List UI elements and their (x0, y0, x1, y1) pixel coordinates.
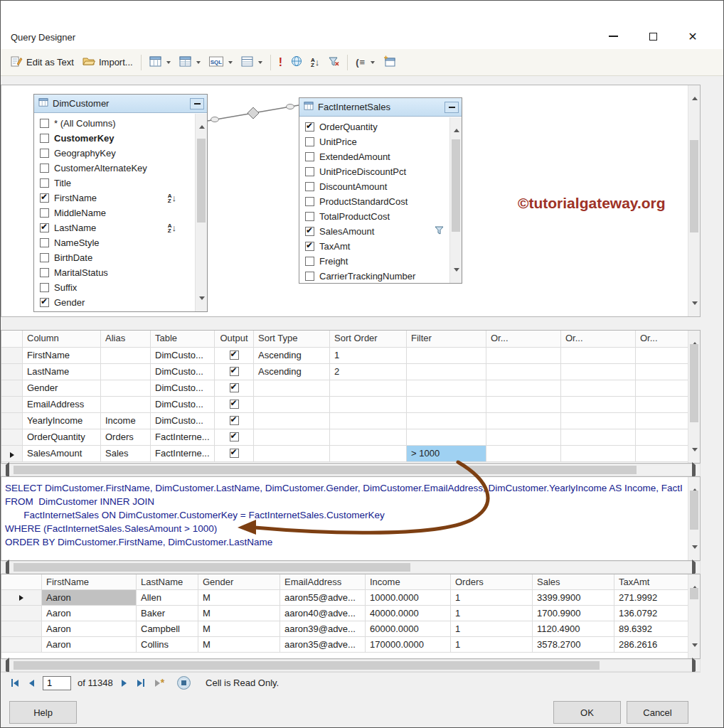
scroll-down-button[interactable] (688, 548, 701, 560)
column-item[interactable]: CustomerAlternateKey (34, 161, 195, 176)
cell-sort-type[interactable]: Ascending (254, 364, 330, 380)
result-cell[interactable]: 286.2616 (614, 637, 689, 653)
cell-or[interactable] (561, 380, 636, 397)
scroll-right-button[interactable] (688, 660, 700, 672)
column-checkbox[interactable] (40, 149, 49, 158)
column-checkbox[interactable] (305, 197, 314, 206)
column-checkbox[interactable] (305, 257, 314, 266)
next-record-button[interactable] (119, 678, 129, 689)
row-selector[interactable] (1, 606, 42, 621)
row-selector[interactable] (1, 621, 42, 637)
row-selector[interactable] (1, 590, 42, 606)
scroll-down-button[interactable] (450, 271, 462, 283)
column-item[interactable]: BirthDate (34, 250, 195, 265)
result-cell[interactable]: aaron55@adve... (280, 590, 366, 606)
cell-or[interactable] (561, 364, 636, 380)
output-checkbox[interactable] (230, 400, 239, 409)
result-cell[interactable]: Campbell (137, 621, 198, 637)
criteria-header[interactable]: Filter (407, 331, 486, 348)
criteria-header[interactable]: Or... (486, 331, 561, 348)
column-item[interactable]: FirstName (34, 191, 195, 205)
cell-sort-type[interactable] (254, 413, 330, 429)
column-item[interactable]: CarrierTrackingNumber (299, 269, 449, 283)
cell-sort-order[interactable] (330, 429, 407, 446)
row-selector[interactable] (1, 348, 23, 364)
criteria-header[interactable]: Column (23, 331, 101, 348)
cell-or[interactable] (486, 397, 561, 413)
scroll-thumb[interactable] (690, 588, 698, 599)
row-selector[interactable] (1, 397, 23, 413)
scroll-track[interactable] (196, 126, 207, 299)
cell-sort-order[interactable]: 1 (330, 348, 407, 364)
column-checkbox[interactable] (40, 253, 49, 262)
row-selector[interactable] (1, 637, 42, 653)
column-item[interactable]: OrderQuantity (299, 119, 449, 134)
result-cell[interactable]: 170000.0000 (366, 637, 451, 653)
column-checkbox[interactable] (40, 268, 49, 277)
run-query-button[interactable]: ! (275, 55, 287, 70)
result-cell[interactable]: aaron35@adve... (280, 637, 366, 653)
factinternetsales-vertical-scrollbar[interactable] (449, 117, 462, 283)
output-checkbox[interactable] (230, 367, 239, 376)
column-checkbox[interactable] (40, 223, 49, 232)
output-checkbox[interactable] (230, 416, 239, 425)
add-table-button[interactable] (379, 53, 400, 72)
output-checkbox[interactable] (230, 350, 239, 360)
result-cell[interactable]: aaron40@adve... (280, 606, 366, 621)
cell-sort-order[interactable] (330, 446, 407, 462)
results-header[interactable]: Orders (451, 574, 533, 590)
output-checkbox[interactable] (230, 432, 239, 441)
result-cell[interactable]: 3578.2700 (533, 637, 614, 653)
stop-retrieval-button[interactable] (177, 676, 191, 690)
column-checkbox[interactable] (305, 122, 314, 132)
diagram-pane[interactable]: DimCustomer * (All Columns) CustomerKey … (1, 85, 701, 317)
result-cell[interactable]: 1120.4900 (533, 621, 614, 637)
cell-column[interactable]: LastName (23, 364, 101, 380)
column-item[interactable]: UnitPriceDiscountPct (299, 164, 449, 179)
scroll-down-button[interactable] (688, 304, 701, 316)
cell-or[interactable] (636, 413, 689, 429)
criteria-header-selector[interactable] (1, 331, 23, 348)
criteria-header[interactable]: Or... (636, 331, 689, 348)
cell-alias[interactable] (101, 380, 151, 397)
result-cell[interactable]: 1700.9900 (533, 606, 614, 621)
cell-or[interactable] (561, 413, 636, 429)
show-result-pane-button[interactable] (237, 53, 267, 72)
results-vertical-scrollbar[interactable] (688, 574, 700, 658)
scroll-up-button[interactable] (688, 331, 701, 343)
cell-sort-order[interactable]: 2 (330, 364, 407, 380)
cell-output[interactable] (215, 413, 254, 429)
scroll-left-button[interactable] (1, 464, 14, 476)
cell-filter-selected[interactable]: > 1000 (407, 446, 486, 462)
row-selector[interactable] (1, 380, 23, 397)
cell-filter[interactable] (407, 397, 486, 413)
show-grid-pane-button[interactable] (175, 53, 205, 72)
table-window-dimcustomer[interactable]: DimCustomer * (All Columns) CustomerKey … (33, 94, 208, 312)
cell-output[interactable] (215, 429, 254, 446)
table-window-factinternetsales[interactable]: FactInternetSales OrderQuantity UnitPric… (299, 97, 462, 284)
cell-sort-type[interactable]: Ascending (254, 348, 330, 364)
cell-filter[interactable] (407, 429, 486, 446)
scroll-thumb[interactable] (690, 140, 698, 232)
cell-sort-order[interactable] (330, 380, 407, 397)
cell-table[interactable]: DimCusto... (151, 348, 215, 364)
cell-table[interactable]: FactInterne... (151, 446, 215, 462)
collapse-table-button[interactable] (444, 102, 459, 113)
scroll-track[interactable] (14, 660, 688, 671)
scroll-track[interactable] (688, 587, 700, 646)
result-cell[interactable]: Baker (137, 606, 198, 621)
column-checkbox[interactable] (40, 208, 49, 218)
results-horizontal-scrollbar[interactable] (1, 659, 701, 672)
column-item[interactable]: Title (34, 176, 195, 191)
table-header-dimcustomer[interactable]: DimCustomer (34, 95, 207, 113)
show-sql-pane-button[interactable]: SQL (205, 53, 237, 72)
result-cell[interactable]: M (198, 621, 280, 637)
cell-or[interactable] (486, 446, 561, 462)
output-checkbox[interactable] (230, 449, 239, 458)
column-item[interactable]: MiddleName (34, 205, 195, 220)
cell-or[interactable] (486, 348, 561, 364)
criteria-vertical-scrollbar[interactable] (688, 331, 700, 463)
cell-or[interactable] (486, 413, 561, 429)
column-checkbox[interactable] (305, 137, 314, 146)
cell-filter[interactable] (407, 348, 486, 364)
